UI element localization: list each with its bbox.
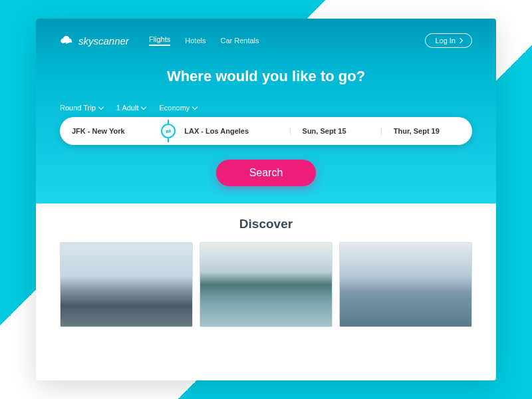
class-dropdown[interactable]: Economy	[159, 104, 197, 112]
depart-date-input[interactable]: Sun, Sept 15	[291, 127, 382, 135]
nav-hotels[interactable]: Hotels	[185, 37, 205, 45]
to-input[interactable]: LAX - Los Angeles	[164, 127, 290, 135]
hero-title: Where would you like to go?	[60, 68, 472, 85]
from-input[interactable]: JFK - New York	[60, 127, 164, 135]
swap-button[interactable]: ⇄	[161, 124, 176, 138]
login-label: Log In	[435, 37, 456, 45]
chevron-right-icon	[458, 38, 463, 43]
nav-flights[interactable]: Flights	[149, 35, 170, 46]
city-image	[340, 243, 471, 327]
discover-tile-mountain[interactable]	[60, 242, 193, 327]
app-card: skyscanner Flights Hotels Car Rentals Lo…	[36, 19, 496, 380]
search-bar: JFK - New York ⇄ LAX - Los Angeles Sun, …	[60, 117, 472, 145]
cloud-icon	[60, 35, 74, 46]
chevron-down-icon	[141, 104, 146, 110]
discover-title: Discover	[60, 217, 472, 231]
logo-text: skyscanner	[78, 35, 129, 47]
hero-section: skyscanner Flights Hotels Car Rentals Lo…	[36, 19, 496, 203]
discover-section: Discover	[36, 203, 496, 340]
discover-tiles	[60, 242, 472, 327]
return-date-input[interactable]: Thur, Sept 19	[382, 127, 472, 135]
trip-type-dropdown[interactable]: Round Trip	[60, 104, 103, 112]
discover-tile-bay[interactable]	[200, 242, 332, 327]
nav-car-rentals[interactable]: Car Rentals	[220, 37, 259, 45]
discover-tile-city[interactable]	[339, 242, 472, 327]
logo[interactable]: skyscanner	[60, 35, 129, 47]
passengers-dropdown[interactable]: 1 Adult	[116, 104, 146, 112]
top-bar: skyscanner Flights Hotels Car Rentals Lo…	[60, 33, 472, 48]
login-button[interactable]: Log In	[425, 33, 472, 48]
bay-image	[200, 243, 332, 327]
trip-options: Round Trip 1 Adult Economy	[60, 104, 472, 112]
chevron-down-icon	[192, 104, 198, 110]
mountain-image	[61, 243, 192, 327]
search-button[interactable]: Search	[216, 160, 317, 186]
chevron-down-icon	[98, 104, 104, 110]
